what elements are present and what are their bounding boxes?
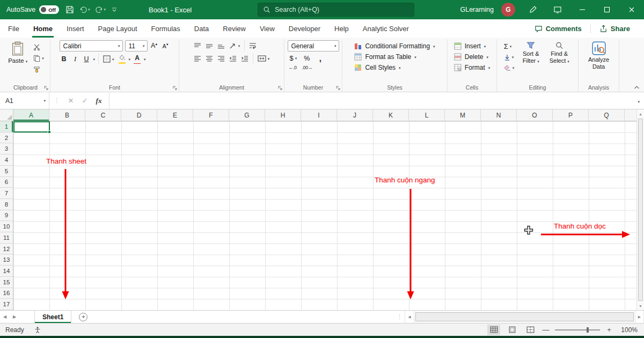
autosave-toggle[interactable]: AutoSave Off (6, 5, 59, 14)
row-header-1[interactable]: 1 (0, 121, 13, 133)
comma-style-button[interactable]: , (316, 54, 325, 63)
column-header-o[interactable]: O (517, 109, 553, 121)
row-header-2[interactable]: 2 (0, 133, 13, 144)
column-header-partial[interactable] (625, 109, 636, 121)
format-painter-button[interactable] (32, 65, 45, 74)
row-header-8[interactable]: 8 (0, 199, 13, 210)
font-size-combo[interactable]: 11▾ (125, 40, 148, 52)
fill-button[interactable]: ▾ (503, 53, 516, 62)
fill-handle[interactable] (48, 130, 51, 134)
row-header-13[interactable]: 13 (0, 254, 13, 266)
borders-button[interactable]: ▾ (102, 55, 115, 64)
align-center-icon[interactable] (204, 54, 214, 63)
column-header-m[interactable]: M (445, 109, 481, 121)
font-color-dropdown-icon[interactable]: ▾ (144, 57, 146, 61)
font-name-combo[interactable]: Calibri▾ (60, 40, 123, 52)
gripper-icon[interactable]: ⋮ (54, 97, 60, 104)
prev-sheet-icon[interactable]: ◀ (0, 314, 10, 319)
conditional-formatting-button[interactable]: Conditional Formatting▾ (354, 41, 435, 51)
enter-icon[interactable]: ✓ (78, 97, 92, 105)
tab-view[interactable]: View (253, 19, 282, 38)
column-header-a[interactable]: A (13, 109, 49, 121)
column-header-q[interactable]: Q (589, 109, 625, 121)
delete-cells-button[interactable]: Delete▾ (454, 52, 488, 62)
row-header-10[interactable]: 10 (0, 221, 13, 232)
user-name[interactable]: GLerarning (460, 6, 494, 13)
new-sheet-button[interactable]: + (79, 313, 87, 321)
row-header-4[interactable]: 4 (0, 155, 13, 166)
undo-icon[interactable]: ▾ (79, 6, 90, 14)
tab-analytic-solver[interactable]: Analytic Solver (356, 19, 416, 38)
sort-filter-button[interactable]: Sort & Filter ▾ (518, 40, 544, 64)
zoom-slider-thumb[interactable] (587, 327, 589, 333)
increase-indent-icon[interactable] (240, 54, 250, 63)
align-top-icon[interactable] (193, 41, 202, 50)
clear-button[interactable]: ▾ (503, 63, 516, 72)
page-layout-view-icon[interactable] (506, 325, 518, 335)
minimize-button[interactable] (570, 0, 595, 19)
collapse-ribbon-icon[interactable] (634, 85, 640, 90)
column-header-g[interactable]: G (229, 109, 265, 121)
align-middle-icon[interactable] (204, 41, 214, 50)
align-right-icon[interactable] (216, 54, 226, 63)
fill-color-dropdown-icon[interactable]: ▾ (129, 57, 131, 61)
ribbon-display-icon[interactable] (545, 0, 570, 19)
row-header-15[interactable]: 15 (0, 277, 13, 288)
tab-formulas[interactable]: Formulas (144, 19, 187, 38)
merge-center-icon[interactable]: ▾ (257, 54, 271, 63)
column-header-n[interactable]: N (481, 109, 517, 121)
tab-developer[interactable]: Developer (282, 19, 327, 38)
bold-button[interactable]: B (60, 55, 69, 63)
column-header-p[interactable]: P (553, 109, 589, 121)
decrease-indent-icon[interactable] (228, 54, 238, 63)
font-dialog-launcher-icon[interactable] (173, 86, 177, 90)
search-box[interactable] (258, 3, 414, 17)
tab-help[interactable]: Help (327, 19, 356, 38)
scroll-left-icon[interactable]: ◀ (405, 311, 414, 323)
format-cells-button[interactable]: Format▾ (454, 63, 491, 72)
row-header-9[interactable]: 9 (0, 210, 13, 222)
row-header-17[interactable]: 17 (0, 299, 13, 310)
number-dialog-launcher-icon[interactable] (336, 86, 340, 90)
row-header-5[interactable]: 5 (0, 166, 13, 177)
font-color-button[interactable]: A (133, 55, 142, 64)
zoom-slider[interactable] (555, 326, 600, 334)
cancel-icon[interactable]: ✕ (64, 97, 78, 105)
insert-function-button[interactable]: fx (92, 97, 106, 105)
tab-review[interactable]: Review (216, 19, 253, 38)
tab-home[interactable]: Home (26, 19, 60, 38)
redo-icon[interactable]: ▾ (95, 6, 106, 14)
cut-button[interactable] (32, 42, 45, 52)
vertical-scrollbar[interactable]: ▲ ▼ (636, 109, 644, 310)
column-header-l[interactable]: L (409, 109, 445, 121)
name-box[interactable]: A1▾ (0, 92, 49, 109)
column-header-d[interactable]: D (121, 109, 157, 121)
autosum-button[interactable]: Σ▾ (503, 42, 516, 51)
scroll-right-icon[interactable]: ▶ (635, 311, 644, 323)
share-button[interactable]: Share (594, 23, 635, 35)
horizontal-scroll-thumb[interactable] (415, 312, 634, 321)
accounting-format-button[interactable]: $▾ (289, 54, 298, 63)
column-header-h[interactable]: H (265, 109, 301, 121)
pen-icon[interactable] (521, 0, 545, 19)
tab-file[interactable]: File (1, 19, 26, 38)
align-left-icon[interactable] (193, 54, 202, 63)
page-break-view-icon[interactable] (524, 325, 537, 335)
orientation-icon[interactable]: ▾ (228, 41, 241, 50)
expand-formula-bar-icon[interactable]: ▾ (633, 97, 644, 105)
percent-style-button[interactable]: % (302, 55, 311, 62)
decrease-font-size-icon[interactable]: A▾ (161, 42, 170, 49)
insert-cells-button[interactable]: Insert▾ (454, 41, 486, 51)
row-header-16[interactable]: 16 (0, 288, 13, 299)
zoom-in-button[interactable]: + (605, 326, 613, 334)
row-header-14[interactable]: 14 (0, 266, 13, 277)
horizontal-scroll-track[interactable] (414, 311, 635, 323)
avatar[interactable]: G (501, 3, 515, 17)
number-format-combo[interactable]: General▾ (288, 40, 339, 52)
align-bottom-icon[interactable] (216, 41, 226, 50)
formula-input[interactable] (109, 92, 633, 109)
normal-view-icon[interactable] (487, 325, 500, 335)
column-header-f[interactable]: F (193, 109, 229, 121)
zoom-out-button[interactable]: — (542, 326, 550, 334)
tab-splitter-handle[interactable]: ⋮ (394, 313, 405, 320)
